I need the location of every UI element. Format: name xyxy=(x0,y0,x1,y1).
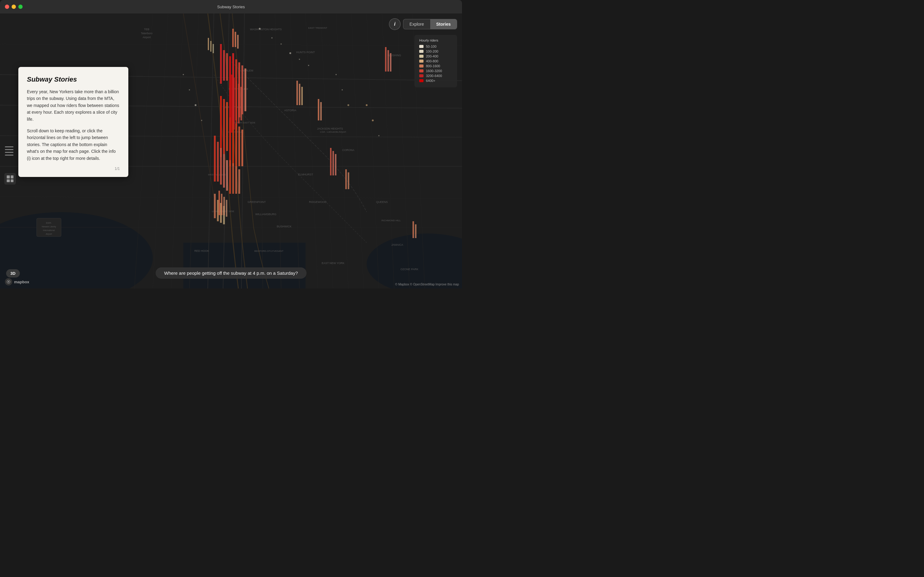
svg-rect-81 xyxy=(241,130,243,166)
svg-text:International: International xyxy=(43,229,55,231)
legend-swatch xyxy=(419,45,423,48)
svg-rect-106 xyxy=(330,148,332,176)
stories-tab[interactable]: Stories xyxy=(430,19,457,29)
legend-panel: Hourly riders 50-100 100-200 200-400 400… xyxy=(414,35,457,87)
svg-text:RICHMOND HILL: RICHMOND HILL xyxy=(382,219,401,222)
legend-swatch xyxy=(419,69,423,73)
legend-label: 100-200 xyxy=(426,50,438,53)
nav-line-3[interactable] xyxy=(5,152,13,153)
story-pagination: 1/1 xyxy=(27,166,120,171)
svg-point-127 xyxy=(372,119,374,121)
mapbox-icon xyxy=(5,278,12,285)
svg-rect-135 xyxy=(238,84,240,124)
svg-text:TEB: TEB xyxy=(144,28,150,31)
info-button[interactable]: i xyxy=(389,18,401,30)
svg-rect-79 xyxy=(235,124,237,166)
svg-rect-111 xyxy=(385,47,386,71)
nav-line-1[interactable] xyxy=(5,147,13,147)
svg-rect-103 xyxy=(301,87,303,105)
legend-label: 3200-6400 xyxy=(426,74,442,77)
legend-item: 50-100 xyxy=(419,45,452,48)
story-card-title: Subway Stories xyxy=(27,76,120,84)
svg-rect-109 xyxy=(345,169,347,189)
nav-line-2[interactable] xyxy=(5,149,13,150)
legend-label: 50-100 xyxy=(426,45,436,48)
window-title: Subway Stories xyxy=(217,5,245,9)
svg-text:EWR-: EWR- xyxy=(46,222,52,224)
svg-point-122 xyxy=(183,74,184,75)
close-button[interactable] xyxy=(5,5,9,9)
legend-label: 400-800 xyxy=(426,59,438,63)
legend-swatch xyxy=(419,50,423,53)
svg-point-121 xyxy=(308,65,309,66)
tab-group: Explore Stories xyxy=(403,19,457,29)
svg-rect-107 xyxy=(332,151,334,176)
svg-rect-88 xyxy=(232,163,234,194)
nav-lines xyxy=(5,147,13,156)
legend-swatch xyxy=(419,64,423,68)
svg-text:FLUSHING: FLUSHING xyxy=(387,54,401,57)
grid-cell-4 xyxy=(11,179,14,182)
svg-text:HARLEM: HARLEM xyxy=(242,69,253,72)
svg-rect-97 xyxy=(212,44,214,53)
svg-point-129 xyxy=(335,74,337,75)
svg-point-124 xyxy=(195,104,196,106)
svg-rect-67 xyxy=(226,53,228,81)
svg-rect-108 xyxy=(335,154,336,176)
legend-swatch xyxy=(419,74,423,77)
svg-text:OZONE PARK: OZONE PARK xyxy=(401,268,418,271)
three-d-button[interactable]: 3D xyxy=(6,269,20,277)
minimize-button[interactable] xyxy=(11,5,16,9)
story-paragraph-1: Every year, New Yorkers take more than a… xyxy=(27,88,120,122)
svg-rect-102 xyxy=(299,84,300,105)
legend-item: 6400+ xyxy=(419,79,452,82)
legend-item: 400-800 xyxy=(419,59,452,63)
svg-rect-86 xyxy=(226,160,228,191)
svg-text:EAST NEW YORK: EAST NEW YORK xyxy=(322,262,344,265)
mapbox-text: mapbox xyxy=(14,280,29,284)
top-controls: i Explore Stories xyxy=(389,18,457,30)
window-chrome: Subway Stories xyxy=(0,0,462,13)
svg-text:ASTORIA: ASTORIA xyxy=(284,109,296,112)
bottom-caption: Where are people getting off the subway … xyxy=(156,268,306,279)
explore-tab[interactable]: Explore xyxy=(403,19,430,29)
mapbox-logo: mapbox xyxy=(5,278,29,285)
svg-rect-84 xyxy=(220,148,222,185)
svg-rect-132 xyxy=(231,74,232,133)
legend-label: 1600-3200 xyxy=(426,69,442,73)
svg-text:Airport: Airport xyxy=(143,36,151,39)
svg-text:BUSHWICK: BUSHWICK xyxy=(277,225,292,228)
nav-line-4[interactable] xyxy=(5,155,13,156)
svg-point-142 xyxy=(8,281,9,282)
svg-rect-98 xyxy=(232,29,234,47)
legend-item: 100-200 xyxy=(419,50,452,53)
traffic-lights xyxy=(5,5,23,9)
svg-rect-75 xyxy=(223,99,225,154)
svg-rect-112 xyxy=(388,50,389,71)
svg-rect-96 xyxy=(210,41,211,52)
svg-rect-65 xyxy=(220,44,222,84)
svg-point-117 xyxy=(271,37,272,39)
svg-text:ELMHURST: ELMHURST xyxy=(298,173,313,176)
grid-cell-2 xyxy=(11,176,14,179)
svg-rect-110 xyxy=(348,172,349,189)
legend-label: 200-400 xyxy=(426,55,438,58)
legend-label: 800-1600 xyxy=(426,64,440,68)
svg-rect-95 xyxy=(208,38,209,50)
legend-label: 6400+ xyxy=(426,79,435,82)
svg-point-131 xyxy=(348,104,349,106)
svg-point-125 xyxy=(201,120,202,121)
svg-rect-87 xyxy=(229,160,231,194)
legend-item: 200-400 xyxy=(419,55,452,58)
svg-rect-138 xyxy=(221,194,222,215)
svg-point-120 xyxy=(299,59,300,60)
story-paragraph-2: Scroll down to keep reading, or click th… xyxy=(27,127,120,162)
grid-button[interactable] xyxy=(4,173,16,185)
svg-rect-90 xyxy=(238,169,240,194)
maximize-button[interactable] xyxy=(18,5,23,9)
legend-swatch xyxy=(419,55,423,58)
svg-rect-104 xyxy=(318,99,319,121)
svg-rect-91 xyxy=(214,194,216,218)
map-attribution[interactable]: © Mapbox © OpenStreetMap Improve this ma… xyxy=(395,283,459,286)
svg-point-128 xyxy=(378,135,380,136)
